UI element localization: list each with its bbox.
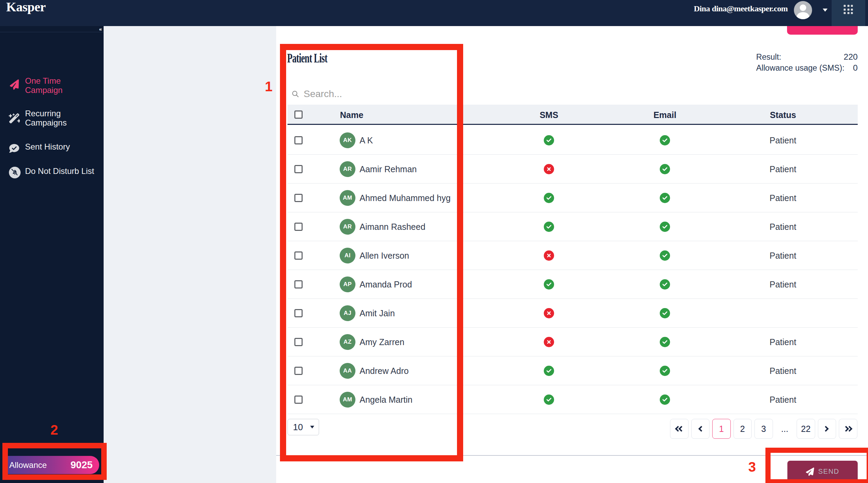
- check-circle-icon: [660, 394, 670, 405]
- patient-name: Ahmed Muhammed hyg: [360, 193, 450, 203]
- column-header-email[interactable]: Email: [631, 110, 699, 120]
- page-button[interactable]: 22: [797, 419, 815, 439]
- row-checkbox[interactable]: [294, 396, 303, 404]
- chevron-icon: [846, 426, 852, 432]
- sms-status-icon: [544, 279, 554, 290]
- avatar: AP: [340, 276, 355, 292]
- result-value: 220: [844, 51, 858, 62]
- grid-dot: [844, 12, 846, 14]
- avatar: AJ: [340, 305, 355, 321]
- kasper-logo: Kasper: [6, 0, 46, 14]
- table-row: AM Angela Martin Patient: [288, 385, 858, 414]
- send-button[interactable]: SEND: [787, 461, 858, 483]
- nav-label-line: Recurring: [25, 109, 61, 118]
- patient-name: Allen Iverson: [360, 251, 409, 261]
- page-button[interactable]: 3: [754, 419, 773, 439]
- avatar: AK: [340, 132, 355, 148]
- column-header-sms[interactable]: SMS: [515, 110, 583, 120]
- email-status-icon: [660, 135, 670, 145]
- search-input[interactable]: [304, 89, 509, 99]
- allowance-value: 9025: [70, 459, 93, 471]
- apps-grid-icon: [844, 5, 853, 14]
- user-avatar[interactable]: [794, 1, 812, 19]
- row-checkbox[interactable]: [294, 165, 303, 173]
- sidebar-item-label: Sent History: [25, 142, 70, 151]
- row-checkbox[interactable]: [294, 251, 303, 260]
- check-circle-icon: [544, 135, 554, 145]
- patient-status: Patient: [770, 193, 796, 203]
- check-circle-icon: [660, 164, 670, 174]
- patient-name: Amanda Prod: [360, 280, 412, 290]
- select-all-checkbox[interactable]: [294, 110, 303, 119]
- allowance-label: Allowance: [9, 460, 47, 470]
- patient-name: Andrew Adro: [360, 366, 409, 376]
- check-circle-icon: [660, 308, 670, 318]
- result-row: Allowance usage (SMS): 0: [756, 62, 858, 73]
- column-header-name[interactable]: Name: [340, 110, 363, 120]
- grid-dot: [851, 12, 853, 14]
- grid-dot: [844, 9, 846, 11]
- result-summary: Result: 220 Allowance usage (SMS): 0: [756, 51, 858, 73]
- table-row: AR Aimann Rasheed Patient: [288, 212, 858, 241]
- email-status-icon: [660, 222, 670, 232]
- email-status-icon: [660, 193, 670, 203]
- page-button[interactable]: ‹: [691, 419, 710, 439]
- avatar: AM: [340, 190, 355, 206]
- page-button[interactable]: 1: [712, 419, 731, 439]
- patient-name: A K: [360, 136, 373, 145]
- table-row: AA Andrew Adro Patient: [288, 356, 858, 385]
- sidebar-item-recurring-campaigns[interactable]: RecurringCampaigns: [0, 102, 104, 136]
- email-status-icon: [660, 366, 670, 376]
- allowance-usage-label: Allowance usage (SMS):: [756, 62, 844, 73]
- row-checkbox[interactable]: [294, 223, 303, 231]
- apps-menu-button[interactable]: [832, 0, 865, 26]
- avatar: AR: [340, 161, 355, 177]
- row-checkbox[interactable]: [294, 194, 303, 202]
- row-checkbox[interactable]: [294, 280, 303, 288]
- search-icon: [292, 90, 299, 98]
- sidebar-item-label: RecurringCampaigns: [25, 109, 67, 127]
- patient-name: Angela Martin: [360, 395, 412, 405]
- page-button[interactable]: 2: [734, 419, 752, 439]
- table-row: AZ Amy Zarren Patient: [288, 328, 858, 356]
- patient-name: Aimann Rasheed: [360, 222, 425, 232]
- grid-dot: [847, 12, 849, 14]
- table-row: AK A K Patient: [288, 126, 858, 155]
- page-button[interactable]: ...: [776, 419, 794, 439]
- page-button[interactable]: «: [670, 419, 689, 439]
- rows-per-page-select[interactable]: 10: [288, 419, 319, 435]
- check-circle-icon: [660, 250, 670, 261]
- app-window: Kasper Dina dina@meetkasper.com « One Ti…: [0, 0, 868, 483]
- page-number: 3: [761, 424, 766, 434]
- patient-status: Patient: [770, 222, 796, 232]
- avatar: AR: [340, 219, 355, 235]
- pagination: « ‹ 1 2 3 ... 22 › »: [670, 419, 860, 439]
- collapse-sidebar-icon[interactable]: «: [99, 26, 102, 32]
- check-circle-icon: [660, 135, 670, 145]
- patient-status: Patient: [770, 395, 796, 405]
- sms-status-icon: [544, 366, 554, 376]
- partial-pink-button[interactable]: [787, 26, 858, 35]
- sms-status-icon: [544, 250, 554, 261]
- column-header-status[interactable]: Status: [770, 110, 796, 120]
- row-checkbox[interactable]: [294, 367, 303, 375]
- check-circle-icon: [544, 394, 554, 405]
- sidebar: « One TimeCampaign RecurringCampaigns Se…: [0, 26, 104, 483]
- sidebar-item-do-not-disturb[interactable]: Do Not Disturb List: [0, 159, 104, 185]
- chevron-icon: [823, 426, 829, 432]
- email-status-icon: [660, 394, 670, 405]
- main-content: Patient List Result: 220 Allowance usage…: [104, 26, 868, 483]
- nav-label-line: Sent History: [25, 142, 70, 151]
- row-checkbox[interactable]: [294, 136, 303, 144]
- grid-dot: [851, 5, 853, 7]
- page-button[interactable]: ›: [818, 419, 836, 439]
- patient-status: Patient: [770, 136, 796, 145]
- sidebar-item-sent-history[interactable]: Sent History: [0, 136, 104, 159]
- topbar: Kasper Dina dina@meetkasper.com: [0, 0, 868, 26]
- row-checkbox[interactable]: [294, 338, 303, 346]
- row-checkbox[interactable]: [294, 309, 303, 317]
- user-menu-caret-icon[interactable]: [823, 9, 828, 12]
- sidebar-item-label: One TimeCampaign: [25, 76, 62, 95]
- sidebar-item-one-time-campaign[interactable]: One TimeCampaign: [0, 68, 104, 102]
- page-button[interactable]: »: [839, 419, 857, 439]
